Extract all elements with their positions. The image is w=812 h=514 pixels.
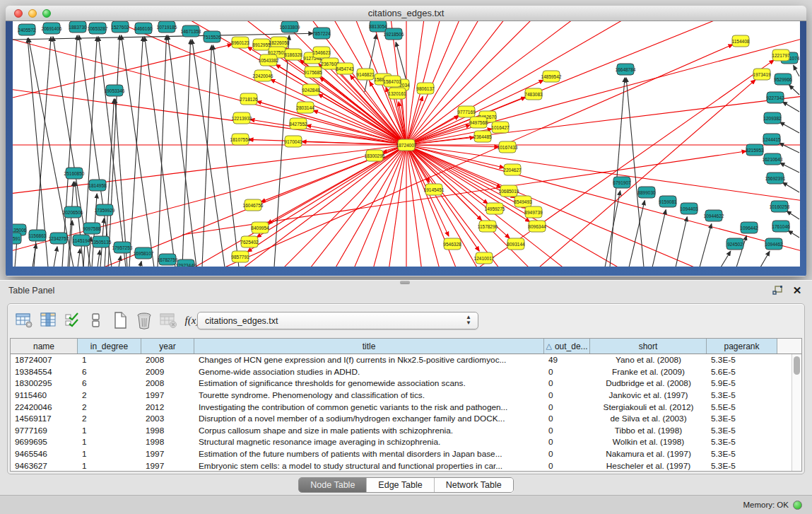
table-cell: 2 [78, 390, 141, 400]
combo-arrows-icon: ▲▼ [466, 315, 471, 326]
table-selector-combobox[interactable]: citations_edges.txt ▲▼ [197, 312, 478, 329]
tab-node-table[interactable]: Node Table [299, 478, 367, 492]
graph-node-label: 11578290 [478, 224, 498, 229]
table-header-row: namein_degreeyeartitle△out_de...shortpag… [11, 339, 801, 354]
tab-network-table[interactable]: Network Table [435, 478, 513, 492]
float-panel-icon[interactable] [771, 285, 784, 296]
table-row[interactable]: 2242004622012Investigating the contribut… [11, 401, 792, 413]
table-row[interactable]: 1456911722003Disruption of a novel membe… [11, 413, 792, 425]
network-canvas[interactable]: 2405572206914061883730106532871527602646… [13, 21, 800, 267]
table-row[interactable]: 946554611997Estimation of the future num… [11, 448, 792, 460]
close-window-icon[interactable] [14, 9, 23, 18]
delete-trash-icon[interactable] [134, 310, 155, 331]
graph-node-label: 8093144 [507, 242, 525, 247]
column-header-in_degree[interactable]: in_degree [78, 339, 141, 354]
graph-node-label: 25160850 [64, 171, 85, 176]
graph-node-label: 9097588 [83, 226, 101, 231]
graph-node-label: 1154408 [732, 39, 750, 44]
table-row[interactable]: 1830029562008Estimation of significance … [11, 378, 792, 390]
graph-edge [760, 251, 770, 267]
graph-edge [213, 45, 239, 267]
table-cell: 5.3E-5 [707, 390, 777, 400]
graph-node-label: 1209382 [763, 116, 782, 121]
graph-edge [167, 35, 196, 267]
table-mode-icon[interactable] [13, 310, 35, 331]
table-cell: 0 [544, 426, 590, 436]
graph-node-label: 19053346 [105, 88, 125, 93]
table-cell: 5.9E-5 [707, 378, 777, 388]
table-row[interactable]: 911546021997Tourette syndrome. Phenomeno… [11, 390, 792, 402]
table-cell: 5.5E-5 [707, 402, 777, 412]
table-row[interactable]: 1938455462009Genome-wide association stu… [11, 366, 792, 378]
column-header-title[interactable]: title [194, 339, 544, 354]
graph-edge [115, 99, 127, 267]
stacked-rows-icon[interactable] [86, 310, 107, 331]
close-panel-icon[interactable]: ✕ [791, 285, 804, 296]
minimize-window-icon[interactable] [28, 9, 37, 18]
column-header-year[interactable]: year [141, 339, 194, 354]
table-cell: 2009 [141, 367, 194, 377]
graph-edge [787, 211, 799, 219]
table-cell: Investigating the contribution of common… [194, 402, 544, 412]
new-document-icon[interactable] [110, 310, 131, 331]
graph-node-label: 10944622 [704, 214, 724, 218]
table-cell: 19384554 [11, 367, 78, 377]
column-header-out_de[interactable]: △out_de... [544, 339, 590, 354]
table-cell: 5.3E-5 [707, 437, 777, 447]
table-selector-value: citations_edges.txt [205, 316, 278, 326]
select-rows-icon[interactable] [61, 310, 83, 331]
column-header-short[interactable]: short [590, 339, 707, 354]
column-header-name[interactable]: name [11, 339, 78, 354]
graph-node-label: 12213933 [232, 116, 252, 121]
graph-edge [158, 35, 167, 267]
table-cell: Estimation of significance thresholds fo… [194, 378, 544, 388]
table-tabs: Node Table Edge Table Network Table [0, 477, 812, 493]
table-cell: 0 [544, 437, 590, 447]
show-columns-icon[interactable] [37, 310, 59, 331]
graph-node-label: 8409954 [251, 226, 269, 230]
panel-resize-grip[interactable] [400, 281, 410, 284]
graph-node-label: 2364485 [473, 134, 492, 139]
column-header-pagerank[interactable]: pagerank [707, 339, 777, 354]
table-cell: Embryonic stem cells: a model to study s… [194, 461, 544, 471]
table-cell: 18724007 [11, 355, 78, 365]
tab-edge-table[interactable]: Edge Table [367, 478, 434, 492]
zoom-window-icon[interactable] [42, 9, 51, 18]
graph-node-label: 19218506 [384, 32, 404, 37]
graph-node-label: 2803144 [296, 105, 314, 110]
graph-edge [721, 251, 731, 267]
table-row[interactable]: 1872400712008Changes of HCN gene express… [11, 354, 792, 366]
table-cell: 5.3E-5 [707, 449, 777, 459]
graph-edge [318, 94, 406, 145]
graph-node-label: 18107554 [230, 137, 251, 142]
graph-node-label: 10160258 [770, 204, 790, 209]
graph-node-label: 8899030 [637, 190, 656, 195]
graph-node-label: 7483083 [524, 92, 543, 97]
table-vertical-scrollbar[interactable] [792, 354, 801, 471]
window-title: citations_edges.txt [368, 8, 445, 18]
table-cell: 0 [544, 367, 590, 377]
table-cell: 1997 [141, 449, 194, 459]
graph-node-label: 8186328 [284, 52, 302, 57]
table-row[interactable]: 969969511998Structural magnetic resonanc… [11, 436, 792, 448]
table-toolbar: f(x) citations_edges.txt ▲▼ [8, 304, 804, 337]
graph-node-label: 9777169 [457, 110, 476, 115]
table-row[interactable]: 946362711997Embryonic stem cells: a mode… [11, 460, 792, 471]
table-cell: 1 [78, 355, 141, 365]
table-cell: 5.6E-5 [707, 367, 777, 377]
table-cell: Yano et al. (2008) [590, 355, 707, 365]
graph-node-label: 13505135 [91, 240, 112, 245]
graph-node-label: 6791907 [613, 180, 631, 185]
table-cell: 2 [78, 402, 141, 412]
panel-title: Table Panel [8, 286, 54, 296]
scrollbar-thumb[interactable] [794, 356, 800, 375]
table-row[interactable]: 977716911998Corpus callosum shape and si… [11, 425, 792, 437]
window-titlebar[interactable]: citations_edges.txt [6, 6, 806, 21]
graph-edge [140, 262, 141, 267]
graph-node-label: 1973419 [753, 72, 771, 77]
table-cell: 1 [78, 426, 141, 436]
graph-node-label: 17957253 [112, 245, 133, 250]
table-cell: 0 [544, 402, 590, 412]
graph-node-label: 10653287 [88, 26, 108, 31]
table-cell: 2 [78, 414, 141, 424]
